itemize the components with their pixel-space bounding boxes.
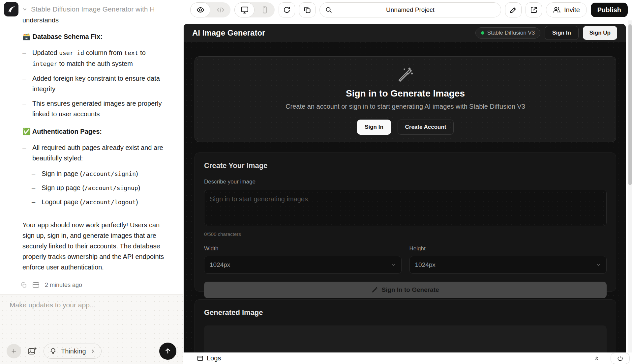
image-add-icon [28,347,37,355]
browser-window-icon [32,282,40,288]
list-item: – Added foreign key constraint to ensure… [22,73,166,94]
preview-scrollbar[interactable] [628,20,632,352]
copy-message-button[interactable] [20,282,27,288]
generated-app: AI Image Generator Stable Diffusion V3 S… [184,24,626,352]
message-meta-row: 2 minutes ago [20,280,166,290]
header-sign-in-button[interactable]: Sign In [545,26,579,40]
closing-paragraph: Your app should now work perfectly! User… [22,220,166,272]
project-url-bar[interactable]: Unnamed Project [319,2,501,17]
mobile-view-button[interactable] [255,2,275,17]
sidebar-header: Stable Diffusion Image Generator with Hi… [0,0,183,18]
open-external-button[interactable] [526,2,542,17]
send-message-button[interactable] [159,343,176,360]
browser-window-icon [197,355,203,362]
stop-app-button[interactable] [611,353,630,364]
app-title: AI Image Generator [192,28,265,38]
list-item: – This ensures generated images are prop… [22,98,166,119]
desktop-view-button[interactable] [234,2,255,17]
auth-pages-sublist: – Sign in page (/account/signin) – Sign … [32,167,166,209]
chevron-down-icon[interactable] [22,6,28,12]
list-item: – Updated user_id column from text to in… [22,47,166,69]
hero-subtitle: Create an account or sign in to start ge… [195,103,616,110]
power-icon [617,355,623,362]
code-icon [216,6,225,14]
generated-card-title: Generated Image [204,308,607,317]
section-heading-auth: ✅ Authentication Pages: [22,127,166,136]
preview-toolbar: Unnamed Project Invite Publish [184,0,633,20]
card-box-emoji: 🗃️ [22,33,31,40]
divider [605,354,605,362]
status-dot [481,31,484,35]
invite-button[interactable]: Invite [546,2,587,17]
code-mode-button[interactable] [210,2,230,17]
preview-mode-button[interactable] [190,2,210,17]
model-badge: Stable Diffusion V3 [475,27,540,39]
list-item: – Sign in page (/account/signin) [32,167,166,180]
app-header: AI Image Generator Stable Diffusion V3 S… [184,24,626,42]
copy-icon [303,6,311,14]
lightbulb-icon [49,347,57,355]
users-icon [553,6,561,14]
swoosh-logo-icon [6,4,16,14]
message-timestamp: 2 minutes ago [45,280,82,290]
app-logo[interactable] [4,2,18,16]
section-heading-database: 🗃️ Database Schema Fix: [22,32,166,41]
height-label: Height [409,245,607,252]
project-title: Stable Diffusion Image Generator with Hi… [31,5,154,13]
scrollbar-thumb[interactable] [628,24,632,185]
composer-input[interactable] [10,301,175,337]
logs-label: Logs [207,354,221,362]
list-item: – Sign up page (/account/signup) [32,182,166,194]
create-card-title: Create Your Image [204,161,607,170]
device-toggle [234,2,275,17]
chevrons-up-icon [594,355,600,361]
thinking-label: Thinking [61,348,86,355]
composer-toolbar: Thinking [7,343,176,360]
publish-button[interactable]: Publish [591,3,628,17]
auth-pages-list: – All required auth pages already exist … [22,142,166,163]
sign-in-hero-card: Sign in to Generate Images Create an acc… [195,56,616,142]
prompt-input[interactable] [204,190,607,226]
chat-message-area: understands 🗃️ Database Schema Fix: – Up… [0,0,183,294]
chevron-down-icon [391,262,396,267]
chevron-down-icon [596,262,601,267]
hero-title: Sign in to Generate Images [195,88,616,99]
eye-icon [196,6,205,14]
magic-wand-icon [397,67,414,84]
logs-toggle[interactable]: Logs [197,354,221,362]
monitor-icon [240,6,249,14]
refresh-button[interactable] [279,2,295,17]
width-select[interactable]: 1024px [204,256,402,274]
add-attachment-button[interactable] [7,344,21,358]
restore-version-button[interactable] [32,282,40,288]
project-name: Unnamed Project [320,6,501,14]
hero-sign-in-button[interactable]: Sign In [357,120,391,135]
duplicate-button[interactable] [299,2,316,17]
height-select[interactable]: 1024px [409,256,607,274]
thinking-mode-selector[interactable]: Thinking [44,344,102,359]
generated-image-placeholder [204,325,607,352]
arrow-up-icon [164,347,172,355]
generated-image-card: Generated Image [195,299,616,352]
list-item: – All required auth pages already exist … [22,142,166,163]
edit-button[interactable] [505,2,522,17]
logs-bar: Logs [184,352,633,364]
magic-wand-icon [372,287,378,293]
add-image-button[interactable] [28,347,37,355]
generate-button[interactable]: Sign In to Generate [204,282,607,298]
header-sign-up-button[interactable]: Sign Up [583,26,617,40]
phone-icon [261,6,269,14]
expand-logs-button[interactable] [594,355,600,361]
char-count: 0/500 characters [204,231,607,237]
composer-panel: Thinking [0,294,183,364]
plus-icon [10,348,17,355]
hero-create-account-button[interactable]: Create Account [398,120,454,135]
refresh-icon [283,6,291,14]
list-item: – Logout page (/account/logout) [32,196,166,209]
external-link-icon [530,6,538,14]
pencil-icon [509,6,517,14]
create-image-card: Create Your Image Describe your image 0/… [195,153,616,292]
copy-icon [20,282,27,288]
view-mode-toggle [190,2,230,17]
app-preview-pane: AI Image Generator Stable Diffusion V3 S… [184,20,633,364]
